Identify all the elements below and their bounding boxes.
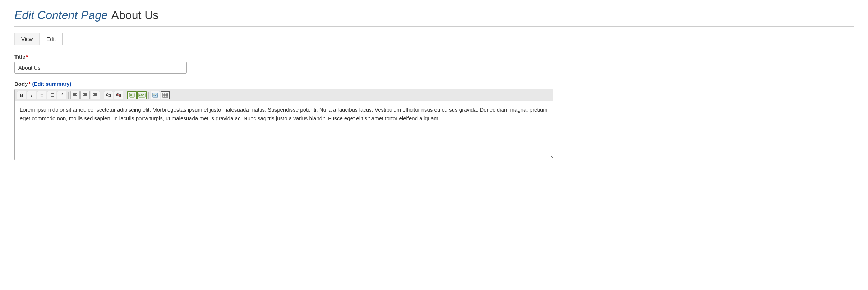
svg-rect-24 bbox=[153, 93, 158, 97]
title-required-star: * bbox=[26, 53, 28, 60]
tab-bar: View Edit bbox=[14, 32, 854, 45]
toolbar-unlink-button[interactable] bbox=[114, 91, 123, 99]
toolbar-separator-4 bbox=[148, 92, 149, 99]
editor-toolbar: B I ≡ 1 2 3 “ bbox=[15, 89, 553, 101]
toolbar-ol-button[interactable]: 1 2 3 bbox=[47, 91, 56, 99]
page-title-name: About Us bbox=[111, 9, 159, 22]
svg-rect-26 bbox=[163, 93, 168, 97]
toolbar-align-left-button[interactable] bbox=[70, 91, 80, 99]
toolbar-bold-button[interactable]: B bbox=[17, 91, 26, 99]
toolbar-special-chars-button[interactable]: Ω bbox=[127, 91, 137, 99]
tab-view[interactable]: View bbox=[14, 33, 40, 45]
edit-summary-link[interactable]: (Edit summary) bbox=[32, 81, 71, 87]
body-editor: B I ≡ 1 2 3 “ bbox=[14, 89, 553, 160]
body-field-section: Body* (Edit summary) B I ≡ 1 2 3 “ bbox=[14, 81, 854, 160]
svg-line-19 bbox=[117, 94, 120, 97]
title-field-section: Title* bbox=[14, 53, 854, 74]
title-label: Title* bbox=[14, 53, 854, 60]
toolbar-image-button[interactable] bbox=[151, 91, 160, 99]
svg-text:3: 3 bbox=[50, 96, 50, 97]
page-header: Edit Content Page About Us bbox=[14, 9, 854, 27]
toolbar-align-right-button[interactable] bbox=[91, 91, 100, 99]
body-label: Body* (Edit summary) bbox=[14, 81, 854, 87]
toolbar-separator-1 bbox=[68, 92, 69, 99]
toolbar-separator-2 bbox=[102, 92, 102, 99]
toolbar-table-button[interactable] bbox=[161, 91, 170, 99]
svg-text:Ω: Ω bbox=[130, 94, 133, 97]
title-input[interactable] bbox=[14, 62, 187, 74]
toolbar-ul-button[interactable]: ≡ bbox=[37, 91, 46, 99]
toolbar-separator-3 bbox=[125, 92, 125, 99]
svg-text:ABC: ABC bbox=[139, 94, 144, 97]
toolbar-link-button[interactable] bbox=[104, 91, 113, 99]
page-title-prefix: Edit Content Page bbox=[14, 9, 108, 22]
toolbar-spell-button[interactable]: ABC bbox=[137, 91, 147, 99]
body-textarea[interactable] bbox=[15, 101, 553, 159]
toolbar-italic-button[interactable]: I bbox=[27, 91, 36, 99]
tab-edit[interactable]: Edit bbox=[40, 33, 63, 45]
toolbar-blockquote-button[interactable]: “ bbox=[57, 91, 66, 99]
toolbar-align-center-button[interactable] bbox=[80, 91, 90, 99]
